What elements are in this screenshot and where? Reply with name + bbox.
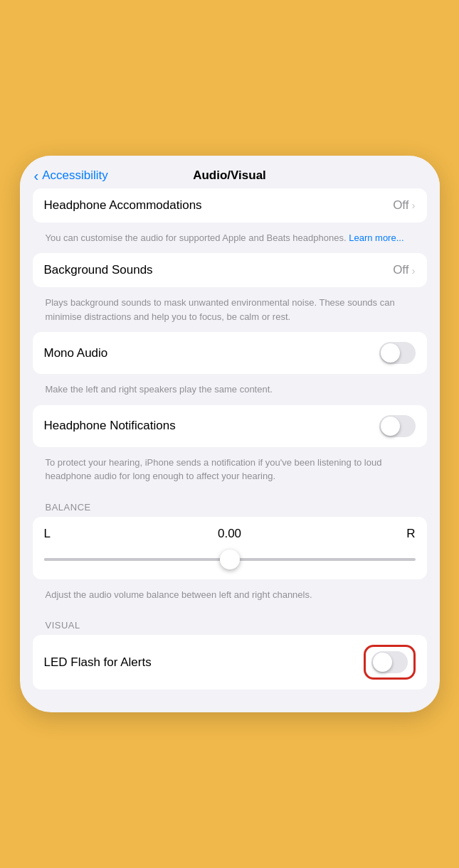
balance-slider-thumb[interactable] [220, 550, 240, 569]
background-sounds-label: Background Sounds [44, 263, 153, 277]
headphone-accommodations-desc: You can customise the audio for supporte… [33, 228, 427, 254]
balance-slider-fill [44, 558, 230, 561]
background-sounds-value: Off › [393, 263, 415, 277]
page-title: Audio/Visual [193, 168, 266, 183]
balance-header-row: L 0.00 R [44, 527, 416, 541]
toggle-thumb [381, 417, 400, 436]
mono-audio-desc: Make the left and right speakers play th… [33, 380, 427, 405]
headphone-accommodations-row[interactable]: Headphone Accommodations Off › [33, 188, 427, 223]
chevron-right-icon: › [412, 199, 416, 211]
balance-section-label: BALANCE [33, 492, 427, 517]
chevron-left-icon: ‹ [34, 168, 39, 183]
back-button[interactable]: ‹ Accessibility [34, 168, 108, 183]
back-label: Accessibility [42, 168, 108, 183]
chevron-right-icon: › [412, 264, 416, 277]
balance-right-label: R [401, 527, 416, 541]
headphone-notifications-card: Headphone Notifications [33, 405, 427, 447]
led-flash-row: LED Flash for Alerts [33, 635, 427, 690]
toggle-thumb [373, 653, 392, 672]
mono-audio-label: Mono Audio [44, 346, 108, 360]
nav-bar: ‹ Accessibility Audio/Visual [20, 156, 440, 188]
headphone-accommodations-card: Headphone Accommodations Off › [33, 188, 427, 223]
balance-slider-track [44, 558, 416, 561]
learn-more-link[interactable]: Learn more... [349, 232, 403, 243]
led-flash-highlight [364, 645, 416, 680]
balance-desc: Adjust the audio volume balance between … [33, 585, 427, 611]
balance-slider-container [44, 550, 416, 569]
balance-value: 0.00 [218, 527, 241, 541]
visual-section-label: VISUAL [33, 610, 427, 635]
led-flash-toggle[interactable] [371, 651, 408, 673]
content-area: Headphone Accommodations Off › You can c… [20, 188, 440, 690]
headphone-notifications-toggle[interactable] [379, 415, 416, 437]
background-sounds-card: Background Sounds Off › [33, 253, 427, 287]
background-sounds-row[interactable]: Background Sounds Off › [33, 253, 427, 287]
headphone-accommodations-value: Off › [393, 198, 415, 213]
headphone-notifications-desc: To protect your hearing, iPhone sends a … [33, 453, 427, 492]
headphone-notifications-label: Headphone Notifications [44, 419, 176, 433]
led-flash-card: LED Flash for Alerts [33, 635, 427, 690]
background-sounds-desc: Plays background sounds to mask unwanted… [33, 293, 427, 332]
balance-card: L 0.00 R [33, 517, 427, 579]
headphone-notifications-row: Headphone Notifications [33, 405, 427, 447]
toggle-thumb [381, 343, 400, 363]
mono-audio-card: Mono Audio [33, 332, 427, 374]
mono-audio-toggle[interactable] [379, 342, 416, 364]
phone-frame: ‹ Accessibility Audio/Visual Headphone A… [20, 156, 440, 713]
led-flash-label: LED Flash for Alerts [44, 655, 152, 670]
balance-left-label: L [44, 527, 58, 541]
mono-audio-row: Mono Audio [33, 332, 427, 374]
headphone-accommodations-label: Headphone Accommodations [44, 198, 202, 213]
